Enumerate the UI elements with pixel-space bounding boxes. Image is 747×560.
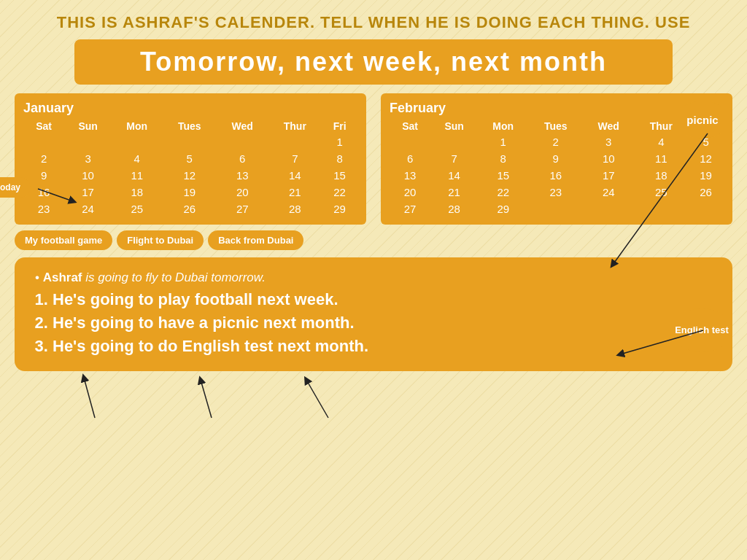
flight-dubai-label: Flight to Dubai	[117, 230, 204, 250]
table-row: 23242526272829	[23, 201, 357, 217]
table-row: 6789101112	[390, 150, 724, 167]
jan-h-sun: Sun	[64, 119, 112, 133]
svg-line-3	[306, 380, 328, 418]
banner-text: Tomorrow, next week, next month	[140, 47, 607, 77]
list-item: He's going to play football next week.	[53, 288, 712, 311]
list-item: He's going to do English test next month…	[53, 335, 712, 358]
sentences-list: He's going to play football next week. H…	[35, 288, 712, 358]
page-title: THIS IS ASHRAF'S CALENDER. TELL WHEN HE …	[15, 13, 732, 32]
table-row: 20212223242526	[390, 184, 724, 201]
january-table: Sat Sun Mon Tues Wed Thur Fri 1 234	[23, 119, 357, 217]
february-table: Sat Sun Mon Tues Wed Thur Fri 12345	[390, 119, 724, 217]
bullet-point: • Ashraf is going to fly to Dubai tomorr…	[35, 271, 712, 285]
table-row: 13141516171819	[390, 167, 724, 184]
banner: Tomorrow, next week, next month	[74, 39, 673, 85]
english-test-bubble: English test	[671, 308, 732, 352]
feb-h-mon: Mon	[478, 119, 528, 133]
picnic-bubble: picnic	[676, 101, 729, 139]
january-calendar: January Sat Sun Mon Tues Wed Thur Fri	[15, 93, 366, 250]
page: THIS IS ASHRAF'S CALENDER. TELL WHEN HE …	[0, 0, 747, 560]
table-row: 272829	[390, 201, 724, 217]
jan-h-tues: Tues	[162, 119, 217, 133]
football-game-label: My football game	[15, 230, 112, 250]
svg-line-2	[201, 380, 212, 418]
bullet-sentence: is going to fly to Dubai tomorrow.	[85, 271, 266, 284]
bottom-text-box: • Ashraf is going to fly to Dubai tomorr…	[15, 257, 732, 371]
today-bubble: today	[0, 177, 31, 198]
table-row: 9101112131415	[23, 167, 357, 184]
calendars-container: January Sat Sun Mon Tues Wed Thur Fri	[15, 93, 732, 250]
feb-h-wed: Wed	[583, 119, 634, 133]
february-month: February	[390, 101, 724, 116]
january-header-row: Sat Sun Mon Tues Wed Thur Fri	[23, 119, 357, 133]
svg-line-1	[84, 378, 95, 418]
feb-h-sun: Sun	[430, 119, 478, 133]
january-month: January	[23, 101, 357, 116]
table-row: 16171819202122	[23, 184, 357, 201]
jan-h-mon: Mon	[112, 119, 162, 133]
jan-h-thur: Thur	[268, 119, 322, 133]
feb-h-sat: Sat	[390, 119, 430, 133]
table-row: 1	[23, 133, 357, 150]
jan-h-fri: Fri	[322, 119, 357, 133]
bullet-name: Ashraf	[43, 271, 86, 284]
jan-h-sat: Sat	[23, 119, 64, 133]
list-item: He's going to have a picnic next month.	[53, 311, 712, 335]
february-header-row: Sat Sun Mon Tues Wed Thur Fri	[390, 119, 724, 133]
table-row: 12345	[390, 133, 724, 150]
january-box: January Sat Sun Mon Tues Wed Thur Fri	[15, 93, 366, 225]
feb-h-tues: Tues	[528, 119, 583, 133]
january-labels: My football game Flight to Dubai Back fr…	[15, 230, 366, 250]
jan-h-wed: Wed	[217, 119, 268, 133]
back-dubai-label: Back from Dubai	[208, 230, 303, 250]
table-row: 2345678	[23, 150, 357, 167]
